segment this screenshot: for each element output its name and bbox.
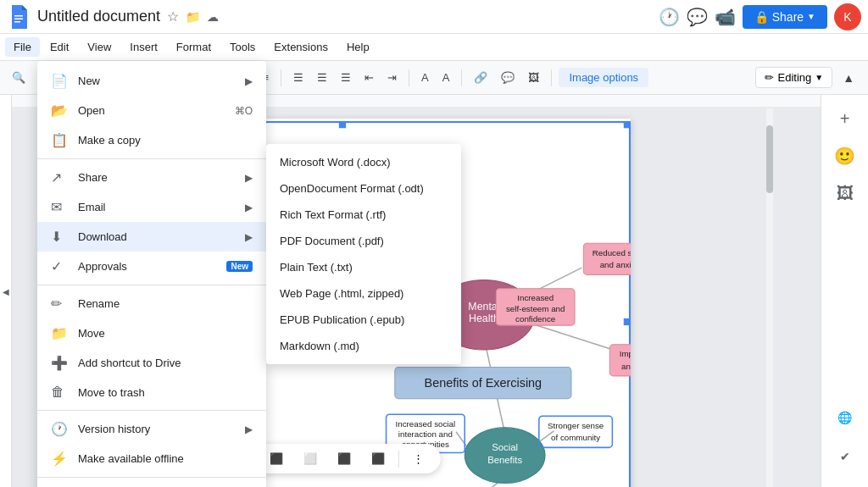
file-menu: 📄 New ▶ 📂 Open ⌘O 📋 Make a copy ↗ Share … <box>37 61 266 487</box>
download-pdf[interactable]: PDF Document (.pdf) <box>266 228 461 254</box>
highlight-btn[interactable]: A <box>416 68 434 87</box>
cloud-icon[interactable]: ☁ <box>207 10 219 24</box>
share-arrow: ▶ <box>245 172 253 184</box>
image-options-button[interactable]: Image options <box>559 68 648 87</box>
wrap-text-btn[interactable]: ⬛ <box>331 449 358 468</box>
star-icon[interactable]: ☆ <box>167 8 179 25</box>
sidebar-emoji-icon[interactable]: 🙂 <box>828 139 862 173</box>
svg-text:Reduced stress: Reduced stress <box>593 248 631 257</box>
edit-pencil-icon: ✏ <box>765 71 774 84</box>
download-label: Download <box>78 230 245 243</box>
download-txt[interactable]: Plain Text (.txt) <box>266 254 461 280</box>
email-icon: ✉ <box>51 199 68 215</box>
sidebar-right: + 🙂 🖼 🌐 ✔ <box>821 95 868 487</box>
file-menu-trash[interactable]: 🗑 Move to trash <box>37 378 266 407</box>
file-menu-copy[interactable]: 📋 Make a copy <box>37 125 266 155</box>
svg-text:Stronger sense: Stronger sense <box>548 421 604 430</box>
approvals-icon: ✓ <box>51 258 68 274</box>
indent-btn-2[interactable]: ⇥ <box>382 68 402 87</box>
editing-arrow: ▼ <box>815 73 823 82</box>
more-image-options-btn[interactable]: ⋮ <box>406 449 431 468</box>
new-label: New <box>78 75 245 87</box>
comment-btn[interactable]: 💬 <box>496 68 520 87</box>
break-text-btn[interactable]: ⬛ <box>364 449 392 468</box>
toolbar-sep-5 <box>409 69 409 86</box>
align-right-img-btn[interactable]: ⬜ <box>297 449 324 468</box>
file-menu-rename[interactable]: ✏ Rename <box>37 289 266 318</box>
menu-divider-1 <box>37 158 266 159</box>
sidebar-image-ai-icon[interactable]: 🖼 <box>828 176 862 210</box>
menu-file[interactable]: File <box>5 37 40 57</box>
file-menu-open[interactable]: 📂 Open ⌘O <box>37 96 266 125</box>
file-menu-share[interactable]: ↗ Share ▶ <box>37 163 266 192</box>
file-menu-download[interactable]: ⬇ Download ▶ <box>37 222 266 252</box>
search-toolbar-btn[interactable]: 🔍 <box>7 68 31 87</box>
chat-icon[interactable]: 💬 <box>687 7 708 27</box>
share-menu-label: Share <box>78 171 245 184</box>
move-label: Move <box>78 327 253 340</box>
list-btn-3[interactable]: ☰ <box>336 68 356 87</box>
link-btn[interactable]: 🔗 <box>469 68 492 87</box>
sidebar-add-icon[interactable]: + <box>828 102 862 136</box>
avatar[interactable]: K <box>834 3 861 30</box>
editing-dropdown[interactable]: ✏ Editing ▼ <box>755 67 832 88</box>
svg-text:self-esteem and: self-esteem and <box>506 304 565 313</box>
scrollbar-thumb[interactable] <box>766 125 773 193</box>
menu-extensions[interactable]: Extensions <box>265 37 337 57</box>
download-odt[interactable]: OpenDocument Format (.odt) <box>266 175 461 202</box>
copy-icon: 📋 <box>51 132 68 148</box>
svg-text:Health: Health <box>469 313 499 324</box>
move-icon[interactable]: 📁 <box>186 10 200 24</box>
download-md[interactable]: Markdown (.md) <box>266 333 461 359</box>
add-shortcut-icon: ➕ <box>51 355 68 371</box>
menu-view[interactable]: View <box>79 37 120 57</box>
text-color-btn[interactable]: A <box>437 68 455 87</box>
svg-rect-8 <box>339 121 346 128</box>
svg-text:and well-being: and well-being <box>621 362 631 371</box>
history-icon[interactable]: 🕐 <box>659 7 680 27</box>
image-btn[interactable]: 🖼 <box>523 68 544 87</box>
download-icon: ⬇ <box>51 229 68 245</box>
meet-icon[interactable]: 📹 <box>715 7 736 27</box>
offline-icon: ⚡ <box>51 451 68 467</box>
file-menu-version-history[interactable]: 🕐 Version history ▶ <box>37 414 266 444</box>
menu-tools[interactable]: Tools <box>221 37 264 57</box>
share-button[interactable]: 🔒 Share ▼ <box>743 5 827 29</box>
google-account-icon[interactable]: 🌐 <box>828 401 862 434</box>
toolbar-expand-btn[interactable]: ▲ <box>836 68 861 88</box>
scrollbar-right[interactable] <box>766 108 773 487</box>
file-menu-move[interactable]: 📁 Move <box>37 318 266 348</box>
file-menu-approvals[interactable]: ✓ Approvals New <box>37 252 266 281</box>
svg-text:interaction and: interaction and <box>398 429 453 439</box>
svg-text:Increased: Increased <box>517 293 554 302</box>
share-menu-icon: ↗ <box>51 169 68 185</box>
file-menu-add-shortcut[interactable]: ➕ Add shortcut to Drive <box>37 348 266 378</box>
list-btn-1[interactable]: ☰ <box>288 68 309 87</box>
menu-format[interactable]: Format <box>168 37 220 57</box>
svg-text:Benefits of Exercising: Benefits of Exercising <box>425 376 542 390</box>
align-center-img-btn[interactable]: ⬛ <box>263 449 290 468</box>
google-drive-icon[interactable]: ✔ <box>828 440 862 473</box>
top-right: 🕐 💬 📹 🔒 Share ▼ K <box>659 3 861 30</box>
menu-insert[interactable]: Insert <box>121 37 166 57</box>
download-docx[interactable]: Microsoft Word (.docx) <box>266 149 461 175</box>
download-rtf[interactable]: Rich Text Format (.rtf) <box>266 202 461 228</box>
file-menu-email[interactable]: ✉ Email ▶ <box>37 192 266 222</box>
toolbar-sep-6 <box>461 69 462 86</box>
menu-help[interactable]: Help <box>338 37 378 57</box>
download-html[interactable]: Web Page (.html, zipped) <box>266 280 461 307</box>
rename-label: Rename <box>78 297 253 310</box>
file-menu-offline[interactable]: ⚡ Make available offline <box>37 444 266 473</box>
sidebar-toggle[interactable]: ◀ <box>1 286 10 296</box>
menu-edit[interactable]: Edit <box>42 37 77 57</box>
email-label: Email <box>78 201 245 213</box>
file-menu-details[interactable]: ℹ Details <box>37 481 266 487</box>
download-epub[interactable]: EPUB Publication (.epub) <box>266 307 461 333</box>
list-btn-2[interactable]: ☰ <box>312 68 332 87</box>
bottom-sep-2 <box>398 451 399 468</box>
trash-label: Move to trash <box>78 386 253 399</box>
indent-btn-1[interactable]: ⇤ <box>359 68 379 87</box>
svg-text:and anxiety: and anxiety <box>600 260 631 269</box>
rename-icon: ✏ <box>51 296 68 312</box>
file-menu-new[interactable]: 📄 New ▶ <box>37 66 266 96</box>
